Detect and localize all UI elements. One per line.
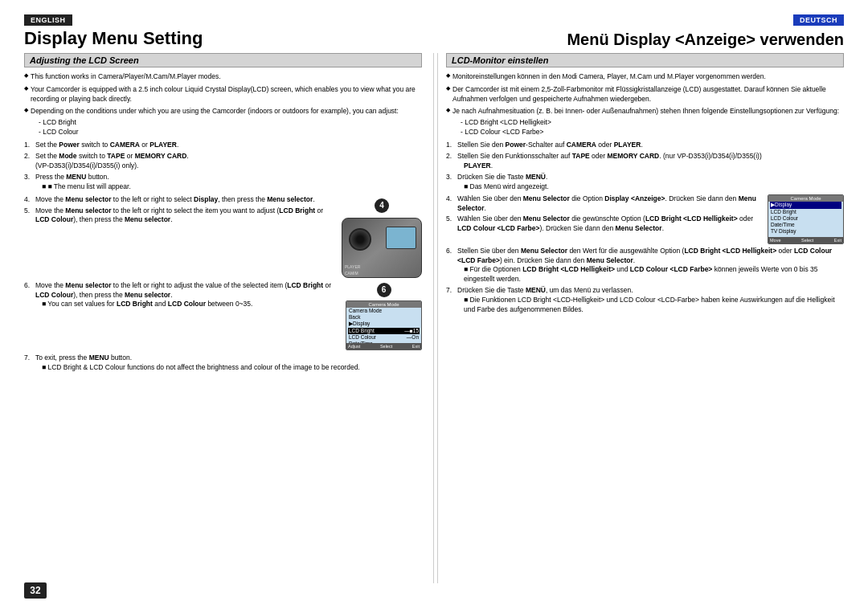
left-section-header: Adjusting the LCD Screen [24, 53, 422, 67]
page: ENGLISH DEUTSCH Display Menu Setting Men… [0, 0, 868, 613]
steps-with-image: 4. Move the Menu selector to the left or… [24, 195, 422, 278]
step6-badge-screen: 6 Camera Mode Camera Mode Back ▶Display … [346, 281, 422, 350]
left-step-3: 3. Press the MENU button. ■ The menu lis… [24, 173, 422, 192]
left-step-6-container: 6. Move the Menu selector to the left or… [24, 281, 342, 312]
screen2-row-4-selected: LCD Bright—■15 [348, 328, 420, 334]
right-option-1: - LCD Bright <LCD Helligkeit> [461, 118, 844, 128]
column-separator [433, 53, 434, 583]
right-steps: 1. Stellen Sie den Power-Schalter auf CA… [446, 141, 844, 315]
left-step-7: 7. To exit, press the MENU button. ■ LCD… [24, 353, 422, 373]
lang-badge-english: ENGLISH [24, 14, 72, 26]
screen2-row-5: LCD Colour—On [348, 334, 420, 341]
header-row: ENGLISH DEUTSCH [24, 14, 844, 26]
cam-label-top: CAM/M [345, 271, 358, 276]
step-circle-4: 4 [375, 198, 389, 213]
left-options: - LCD Bright - LCD Colour [24, 118, 422, 137]
screen1-top: Camera Mode [768, 195, 843, 202]
screen1-row-1: ▶Display [770, 202, 841, 209]
page-title-left: Display Menu Setting [24, 29, 203, 48]
right-screen1-area: Camera Mode ▶Display LCD Bright LCD Colo… [768, 194, 844, 244]
left-bullet-1: This function works in Camera/Player/M.C… [24, 72, 422, 81]
left-panel: Adjusting the LCD Screen This function w… [24, 53, 430, 583]
left-step-4: 4. Move the Menu selector to the left or… [24, 195, 337, 205]
right-step-4: 4. Wählen Sie über den Menu Selector die… [446, 194, 764, 214]
screen1-bottom: MoveSelectExit [768, 237, 843, 243]
title-row: Display Menu Setting Menü Display <Anzei… [24, 29, 844, 48]
left-section-content: This function works in Camera/Player/M.C… [24, 72, 422, 137]
right-options: - LCD Bright <LCD Helligkeit> - LCD Colo… [446, 118, 844, 137]
screen2-mockup: Camera Mode Camera Mode Back ▶Display LC… [346, 300, 422, 350]
left-step-2: 2. Set the Mode switch to TAPE or MEMORY… [24, 152, 422, 171]
screen2-top: Camera Mode [346, 301, 421, 308]
page-number: 32 [24, 582, 47, 599]
screen1-row-5: TV Display [770, 228, 841, 235]
left-option-1: - LCD Bright [39, 118, 422, 128]
left-bullet-2: Your Camcorder is equipped with a 2.5 in… [24, 84, 422, 104]
left-option-2: - LCD Colour [39, 128, 422, 137]
screen2-row-1: Camera Mode [348, 308, 420, 314]
right-section-content: Monitoreinstellungen können in den Modi … [446, 72, 844, 137]
right-bullet-2: Der Camcorder ist mit einem 2,5-Zoll-Far… [446, 84, 844, 104]
steps-4-5-left: 4. Move the Menu selector to the left or… [24, 195, 337, 227]
right-step-7: 7. Drücken Sie die Taste MENÜ, um das Me… [446, 286, 844, 315]
right-step-5: 5. Wählen Sie über den Menu Selector die… [446, 215, 764, 234]
camera-image: CAM/M PLAYER [342, 218, 422, 278]
lang-badge-deutsch: DEUTSCH [793, 14, 844, 26]
right-step-1: 1. Stellen Sie den Power-Schalter auf CA… [446, 141, 844, 150]
screen1-row-4: Date/Time [770, 222, 841, 228]
right-step-3: 3. Drücken Sie die Taste MENÜ. ■ Das Men… [446, 173, 844, 192]
screen1-row-3: LCD Colour [770, 215, 841, 222]
right-step-6: 6. Stellen Sie über den Menu Selector de… [446, 247, 844, 285]
left-step-1: 1. Set the Power switch to CAMERA or PLA… [24, 141, 422, 150]
left-bullet-3: Depending on the conditions under which … [24, 106, 422, 116]
screen2-bottom: AdjustSelectExit [346, 343, 421, 349]
camera-screen [386, 227, 416, 249]
right-step-4-container: 4. Wählen Sie über den Menu Selector die… [446, 194, 764, 236]
left-step-5: 5. Move the Menu selector to the left or… [24, 206, 337, 226]
right-section-header: LCD-Monitor einstellen [446, 53, 844, 67]
screen1-row-2: LCD Bright [770, 209, 841, 215]
step-badges: 4 CAM/M PLAYER [342, 195, 422, 278]
left-steps: 1. Set the Power switch to CAMERA or PLA… [24, 141, 422, 372]
screen1-rows: ▶Display LCD Bright LCD Colour Date/Time… [768, 202, 843, 235]
page-title-right: Menü Display <Anzeige> verwenden [567, 31, 844, 48]
camera-lens [349, 228, 371, 251]
cam-label-bot: PLAYER [345, 264, 360, 269]
right-step-2: 2. Stellen Sie den Funktionsschalter auf… [446, 152, 844, 171]
screen1-mockup: Camera Mode ▶Display LCD Bright LCD Colo… [768, 194, 844, 244]
right-steps-4-5-area: 4. Wählen Sie über den Menu Selector die… [446, 194, 844, 244]
step-circle-6: 6 [377, 283, 391, 297]
right-panel: LCD-Monitor einstellen Monitoreinstellun… [437, 53, 844, 583]
right-option-2: - LCD Colour <LCD Farbe> [461, 128, 844, 137]
screen1-area: 6. Move the Menu selector to the left or… [24, 281, 422, 350]
screen2-row-2: Back [348, 314, 420, 321]
right-bullet-3: Je nach Aufnahmesituation (z. B. bei Inn… [446, 106, 844, 116]
left-step-6: 6. Move the Menu selector to the left or… [24, 281, 342, 310]
screen2-row-3: ▶Display [348, 321, 420, 328]
right-bullet-1: Monitoreinstellungen können in den Modi … [446, 72, 844, 81]
